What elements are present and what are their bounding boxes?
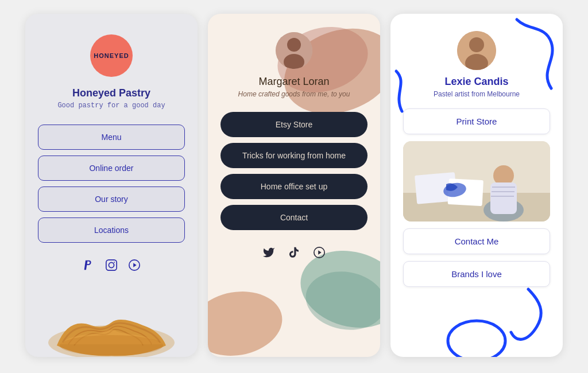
art-photo: [403, 141, 550, 222]
croissant-image: [45, 294, 177, 357]
contact-me-button[interactable]: Contact Me: [403, 228, 550, 254]
svg-marker-4: [133, 263, 137, 267]
twitter-icon[interactable]: [262, 246, 275, 262]
locations-button[interactable]: Locations: [38, 217, 185, 243]
svg-marker-16: [318, 250, 322, 254]
paypal-icon[interactable]: [82, 259, 95, 274]
brands-i-love-button[interactable]: Brands I love: [403, 261, 550, 287]
svg-point-11: [208, 285, 287, 357]
lexie-subtitle: Pastel artist from Melbourne: [434, 90, 520, 98]
margaret-subtitle: Home crafted goods from me, to you: [238, 90, 350, 98]
instagram-icon[interactable]: [105, 259, 118, 274]
youtube-play-icon[interactable]: [313, 246, 326, 262]
margaret-avatar: [276, 32, 312, 69]
youtube-icon[interactable]: [128, 259, 141, 274]
lexie-name: Lexie Candis: [444, 76, 508, 88]
online-order-button[interactable]: Online order: [38, 156, 185, 181]
margaret-content: Margaret Loran Home crafted goods from m…: [208, 14, 380, 262]
our-story-button[interactable]: Our story: [38, 187, 185, 212]
logo-text: HONEYED: [94, 52, 129, 59]
svg-point-1: [109, 262, 114, 267]
card-honeyed-pastry: HONEYED Honeyed Pastry Good pastry for a…: [25, 14, 198, 357]
lexie-content: Lexie Candis Pastel artist from Melbourn…: [390, 14, 563, 294]
card-margaret: Margaret Loran Home crafted goods from m…: [208, 14, 380, 357]
svg-point-19: [469, 37, 484, 52]
tiktok-icon[interactable]: [288, 246, 300, 262]
svg-point-2: [114, 262, 115, 263]
svg-point-13: [287, 38, 301, 52]
svg-point-10: [301, 266, 380, 336]
lexie-avatar: [457, 31, 496, 70]
menu-button[interactable]: Menu: [38, 125, 185, 150]
svg-point-17: [448, 321, 505, 357]
print-store-button[interactable]: Print Store: [403, 108, 550, 134]
etsy-store-button[interactable]: Etsy Store: [220, 112, 368, 137]
social-icons-row: [82, 259, 141, 274]
contact-button[interactable]: Contact: [220, 205, 368, 230]
honeyed-logo: HONEYED: [90, 34, 133, 77]
tricks-wfh-button[interactable]: Tricks for working from home: [220, 143, 368, 168]
svg-point-6: [60, 335, 163, 356]
home-office-button[interactable]: Home office set up: [220, 174, 368, 199]
bakery-title: Honeyed Pastry: [72, 87, 150, 99]
bakery-subtitle: Good pastry for a good day: [57, 102, 165, 110]
svg-rect-0: [106, 260, 117, 270]
margaret-name: Margaret Loran: [258, 76, 329, 88]
card-lexie: Lexie Candis Pastel artist from Melbourn…: [390, 14, 563, 357]
margaret-social-row: [262, 246, 326, 262]
